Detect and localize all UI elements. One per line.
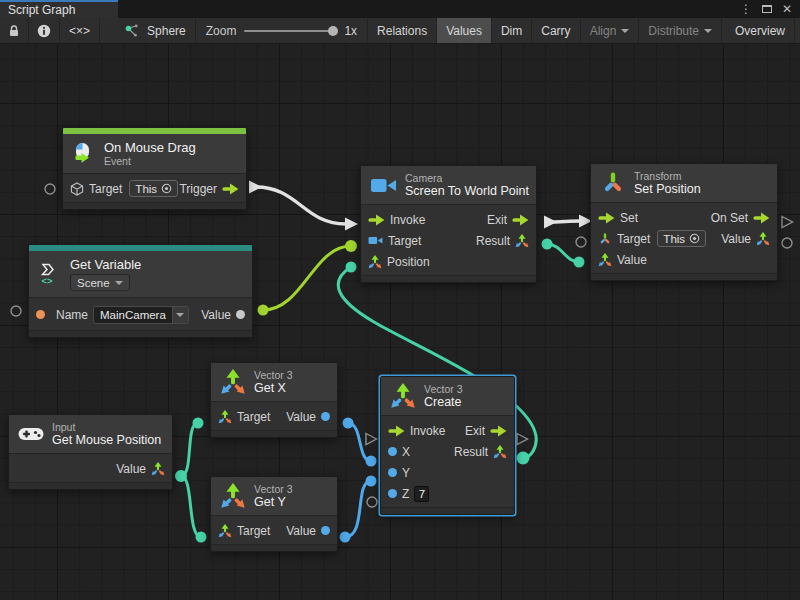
port-value-out-label: Value bbox=[721, 232, 751, 246]
node-set-position[interactable]: Transform Set Position Set On Set Target bbox=[590, 163, 778, 281]
port-y-label: Y bbox=[402, 466, 410, 480]
name-port[interactable] bbox=[36, 310, 45, 319]
node-header: Input Get Mouse Position bbox=[9, 415, 172, 454]
port-value-label: Value bbox=[116, 462, 146, 476]
flow-port-icon[interactable] bbox=[368, 214, 385, 226]
node-vector3-create[interactable]: Vector 3 Create Invoke Exit X Result bbox=[380, 376, 515, 515]
node-footer bbox=[63, 202, 246, 209]
vector3-port-icon[interactable] bbox=[218, 524, 232, 538]
node-get-variable[interactable]: <> Get Variable Scene Name MainCamera Va… bbox=[28, 244, 253, 338]
z-value-input[interactable]: 7 bbox=[414, 486, 429, 502]
gamepad-icon bbox=[18, 426, 44, 442]
value-port[interactable] bbox=[236, 310, 245, 319]
toolbar-button-carry[interactable]: Carry bbox=[532, 18, 580, 43]
vector3-icon bbox=[220, 483, 246, 509]
node-category: Vector 3 bbox=[254, 483, 293, 495]
camera-port-icon[interactable] bbox=[368, 235, 383, 246]
value-port[interactable] bbox=[321, 526, 330, 535]
flow-port-icon[interactable] bbox=[753, 212, 770, 224]
zoom-slider-knob[interactable] bbox=[328, 26, 338, 36]
toolbar-button-values[interactable]: Values bbox=[437, 18, 492, 43]
vector3-port-icon[interactable] bbox=[756, 232, 770, 246]
tab-label: Script Graph bbox=[8, 3, 75, 17]
code-view-label: <×> bbox=[69, 24, 90, 38]
vector3-port-icon[interactable] bbox=[598, 253, 612, 267]
port-value-label: Value bbox=[286, 524, 316, 538]
toolbar-button-relations[interactable]: Relations bbox=[368, 18, 437, 43]
port-exit-label: Exit bbox=[465, 424, 485, 438]
vector3-port-icon[interactable] bbox=[515, 234, 529, 248]
value-port[interactable] bbox=[321, 412, 330, 421]
vector3-icon bbox=[390, 383, 416, 409]
button-label: Distribute bbox=[648, 24, 699, 38]
toolbar-button-dim[interactable]: Dim bbox=[492, 18, 532, 43]
node-category: Camera bbox=[405, 172, 529, 184]
zoom-slider[interactable] bbox=[244, 30, 336, 32]
port-target-label: Target bbox=[237, 410, 270, 424]
target-this-chip[interactable]: This bbox=[657, 230, 706, 247]
port-invoke-label: Invoke bbox=[390, 213, 425, 227]
node-header: Vector 3 Get X bbox=[211, 363, 337, 402]
zoom-control: Zoom 1x bbox=[196, 18, 368, 43]
tab-script-graph[interactable]: Script Graph bbox=[0, 0, 118, 18]
variable-icon: <> bbox=[38, 262, 62, 286]
node-get-x[interactable]: Vector 3 Get X Target Value bbox=[210, 362, 338, 438]
flow-port-icon[interactable] bbox=[222, 183, 239, 195]
graph-name: Sphere bbox=[147, 24, 186, 38]
target-this-chip[interactable]: This bbox=[129, 180, 178, 197]
z-port[interactable] bbox=[388, 489, 397, 498]
y-port[interactable] bbox=[388, 468, 397, 477]
node-header: On Mouse Drag Event bbox=[63, 134, 246, 174]
variable-name-dropdown[interactable]: MainCamera bbox=[93, 306, 189, 324]
camera-icon bbox=[370, 176, 397, 195]
node-footer bbox=[361, 275, 536, 282]
node-category: Input bbox=[52, 421, 161, 433]
maximize-icon[interactable] bbox=[762, 5, 772, 13]
vector3-port-icon[interactable] bbox=[218, 410, 232, 424]
node-category: Vector 3 bbox=[424, 383, 463, 395]
close-icon[interactable]: ✕ bbox=[782, 3, 792, 15]
toolbar-button-distribute[interactable]: Distribute bbox=[639, 18, 722, 43]
node-footer bbox=[29, 330, 252, 337]
button-label: Dim bbox=[501, 24, 522, 38]
self-target-icon bbox=[689, 233, 700, 244]
node-title: On Mouse Drag bbox=[104, 140, 196, 155]
port-set-label: Set bbox=[620, 211, 638, 225]
flow-port-icon[interactable] bbox=[388, 425, 405, 437]
node-title: Get X bbox=[254, 381, 293, 395]
node-header: Vector 3 Get Y bbox=[211, 477, 337, 516]
vector3-port-icon[interactable] bbox=[493, 445, 507, 459]
button-label: Overview bbox=[735, 24, 785, 38]
lock-button[interactable] bbox=[0, 18, 29, 43]
node-title: Screen To World Point bbox=[405, 184, 529, 198]
vector3-port-icon[interactable] bbox=[151, 462, 165, 476]
transform-port-icon[interactable] bbox=[598, 232, 612, 246]
node-screen-to-world-point[interactable]: Camera Screen To World Point Invoke Exit… bbox=[360, 165, 537, 283]
zoom-label: Zoom bbox=[206, 24, 237, 38]
code-view-button[interactable]: <×> bbox=[60, 18, 100, 43]
info-button[interactable] bbox=[29, 18, 60, 43]
dropdown-button[interactable] bbox=[172, 307, 188, 323]
port-z-label: Z bbox=[402, 487, 409, 501]
node-on-mouse-drag[interactable]: On Mouse Drag Event Target This Trigger bbox=[62, 127, 247, 210]
port-target-label: Target bbox=[89, 182, 122, 196]
node-get-mouse-position[interactable]: Input Get Mouse Position Value bbox=[8, 414, 173, 490]
window-menu-icon[interactable]: ⋮ bbox=[740, 3, 752, 15]
button-label: Values bbox=[446, 24, 482, 38]
toolbar-button-align[interactable]: Align bbox=[581, 18, 640, 43]
node-get-y[interactable]: Vector 3 Get Y Target Value bbox=[210, 476, 338, 552]
flow-port-icon[interactable] bbox=[512, 214, 529, 226]
x-port[interactable] bbox=[388, 447, 397, 456]
button-label: Relations bbox=[377, 24, 427, 38]
gameobject-icon bbox=[70, 182, 84, 196]
toolbar-button-overview[interactable]: Overview bbox=[726, 18, 795, 43]
vector3-port-icon[interactable] bbox=[368, 255, 382, 269]
graph-breadcrumb[interactable]: Sphere bbox=[100, 18, 196, 43]
flow-port-icon[interactable] bbox=[490, 425, 507, 437]
variable-scope-dropdown[interactable]: Scene bbox=[70, 274, 130, 291]
flow-port-icon[interactable] bbox=[598, 212, 615, 224]
port-result-label: Result bbox=[476, 234, 510, 248]
toolbar-button-fullscreen[interactable]: Full Screen bbox=[795, 18, 800, 43]
title-bar: Script Graph ⋮ ✕ bbox=[0, 0, 800, 18]
port-target-label: Target bbox=[237, 524, 270, 538]
